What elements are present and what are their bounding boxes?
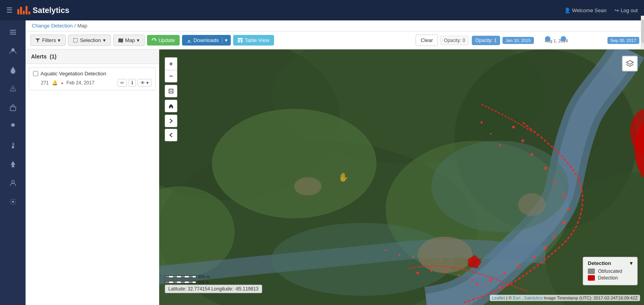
sidebar [0, 20, 26, 305]
zoom-in-button[interactable]: + [165, 57, 177, 70]
back-button[interactable] [165, 129, 177, 141]
layer-button[interactable] [622, 56, 638, 71]
svg-point-29 [431, 141, 569, 232]
alerts-list: Aquatic Vegetation Detection 271 🔔 ● Feb… [26, 64, 159, 305]
alerts-panel: Alerts (1) Aquatic Vegetation Detection … [26, 49, 159, 305]
svg-point-39 [531, 153, 533, 155]
svg-marker-70 [626, 60, 633, 64]
breadcrumb-separator: / [74, 23, 76, 29]
selection-button[interactable]: Selection ▾ [68, 35, 110, 46]
breadcrumb: Change Detection / Map [26, 20, 644, 31]
opacity0-label: Opacity: 0 [440, 36, 469, 45]
sidebar-item-account[interactable] [4, 174, 22, 192]
logout-link[interactable]: ↪ Log out [615, 7, 638, 13]
map-controls: + − [165, 57, 177, 141]
svg-rect-17 [241, 40, 243, 41]
toolbar: Filters ▾ Selection ▾ Map ▾ Update Downl… [26, 31, 644, 49]
update-icon [152, 38, 156, 43]
hamburger-icon[interactable]: ☰ [6, 6, 13, 15]
tableview-button[interactable]: Table View [233, 35, 274, 46]
selection-icon [73, 38, 78, 43]
svg-point-54 [499, 144, 501, 146]
legend-header[interactable]: Detection ▾ [588, 260, 633, 266]
layers-icon [626, 59, 634, 68]
timeline-section: Jan 10, 2015 Aug 1, 2014 Sep 30, 2017 [502, 37, 639, 44]
content-area: Change Detection / Map Filters ▾ Selecti… [26, 20, 644, 305]
svg-point-49 [503, 272, 506, 274]
svg-point-66 [426, 258, 428, 260]
svg-point-48 [517, 265, 519, 268]
alert-date: Feb 24, 2017 [66, 80, 94, 86]
svg-point-65 [412, 256, 414, 258]
esri-link[interactable]: Esri [513, 296, 521, 300]
alert-item-header: Aquatic Vegetation Detection [33, 71, 151, 77]
scale-line-500ft [165, 281, 196, 283]
bar2 [20, 7, 22, 15]
sidebar-item-settings[interactable] [4, 193, 22, 210]
leaflet-link[interactable]: Leaflet [492, 296, 505, 300]
image-timestamp: Image Timestamp (UTC): 2017-02-24T16:09:… [544, 296, 638, 300]
bar1 [17, 9, 19, 15]
timeline-thumb-right[interactable] [561, 36, 566, 42]
sidebar-item-vegetation[interactable] [4, 118, 22, 135]
edit-button[interactable]: ✏ [118, 79, 127, 87]
attribution-separator: | © [506, 296, 513, 300]
svg-point-52 [480, 121, 483, 124]
downloads-caret[interactable]: ▾ [222, 37, 228, 43]
map-container[interactable]: + − [159, 49, 644, 305]
zoom-out-button[interactable]: − [165, 70, 177, 82]
svg-point-41 [554, 181, 556, 183]
info-button[interactable]: ℹ [129, 79, 136, 87]
svg-point-46 [544, 247, 547, 249]
svg-point-26 [212, 109, 377, 218]
forward-button[interactable] [165, 115, 177, 127]
main-layout: Change Detection / Map Filters ▾ Selecti… [0, 20, 644, 305]
alert-checkbox[interactable] [33, 71, 38, 76]
svg-rect-6 [10, 107, 16, 111]
detection-color [588, 275, 595, 281]
sidebar-item-forest[interactable] [4, 155, 22, 173]
sidebar-item-users[interactable] [4, 24, 22, 41]
scale-bar: 200 m 500 ft [165, 274, 210, 285]
sidebar-item-temperature[interactable] [4, 137, 22, 154]
update-button[interactable]: Update [147, 35, 180, 46]
bar4 [26, 6, 28, 15]
filters-caret: ▾ [58, 37, 61, 43]
map-legend: Detection ▾ Obfuscated Detection [583, 257, 638, 285]
sidebar-item-water[interactable] [4, 61, 22, 79]
svg-rect-1 [10, 32, 16, 33]
satelytics-link[interactable]: Satelytics [524, 296, 543, 300]
svg-point-63 [385, 249, 386, 251]
welcome-text: 👤Welcome Sean [564, 7, 607, 13]
opacity1-label: Opacity: 1 [472, 36, 500, 45]
table-icon [238, 38, 243, 43]
map-icon [118, 38, 123, 43]
filters-button[interactable]: Filters ▾ [30, 35, 66, 46]
view-button[interactable]: 👁 ▾ [138, 79, 151, 87]
obfuscated-color [588, 268, 595, 274]
scale-line-200m [165, 276, 196, 278]
alert-actions: ✏ ℹ 👁 ▾ [118, 79, 151, 87]
legend-obfuscated-item: Obfuscated [588, 268, 633, 274]
list-item: Aquatic Vegetation Detection 271 🔔 ● Feb… [29, 67, 156, 90]
nav-right: 👤Welcome Sean ↪ Log out [564, 7, 638, 13]
map-button[interactable]: Map ▾ [113, 35, 145, 46]
svg-point-42 [563, 194, 565, 197]
svg-point-53 [490, 133, 492, 135]
svg-point-60 [471, 279, 474, 281]
sidebar-item-alerts[interactable] [4, 80, 22, 97]
clear-button[interactable]: Clear [416, 35, 438, 46]
scale-200m: 200 m [165, 274, 210, 279]
svg-point-57 [431, 270, 432, 272]
home-button[interactable] [165, 100, 177, 112]
sidebar-item-packages[interactable] [4, 99, 22, 116]
svg-point-11 [11, 181, 14, 183]
fullscreen-button[interactable] [165, 85, 177, 97]
breadcrumb-parent[interactable]: Change Detection [32, 23, 73, 29]
svg-rect-19 [241, 41, 243, 42]
timeline-thumb-left[interactable] [545, 36, 550, 42]
downloads-button[interactable]: Downloads ▾ [182, 35, 231, 46]
svg-rect-15 [238, 38, 243, 39]
svg-point-56 [416, 272, 419, 274]
sidebar-item-profile[interactable] [4, 42, 22, 60]
